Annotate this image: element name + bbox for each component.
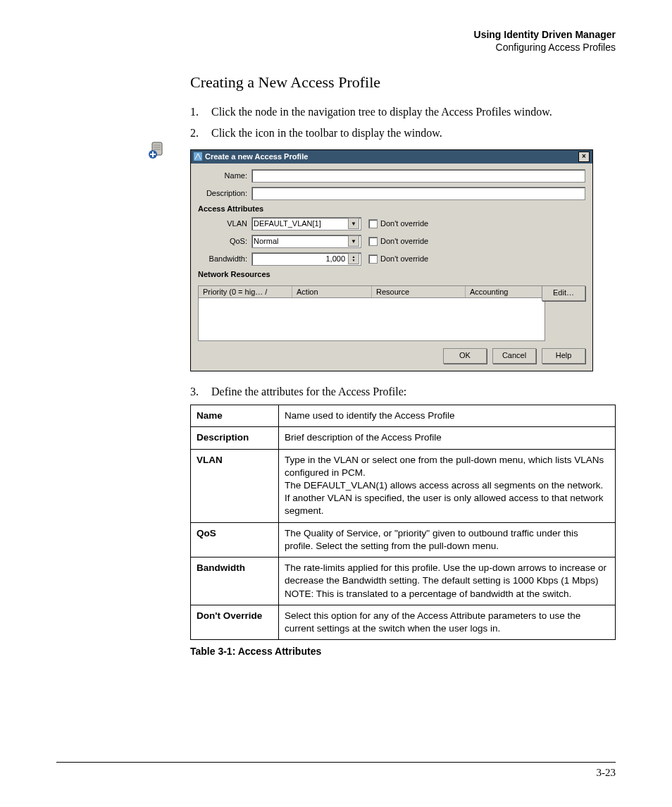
- table-row: DescriptionBrief description of the Acce…: [191, 427, 616, 449]
- help-button[interactable]: Help: [542, 348, 585, 364]
- resources-list[interactable]: [198, 298, 545, 341]
- chevron-down-icon[interactable]: ▼: [348, 235, 359, 247]
- table-row: Don't OverrideSelect this option for any…: [191, 605, 616, 639]
- table-row: QoSThe Quality of Service, or "priority"…: [191, 522, 616, 557]
- attr-name: VLAN: [191, 449, 279, 522]
- name-label: Name:: [198, 171, 247, 180]
- attr-name: Don't Override: [191, 605, 279, 639]
- network-resources-header: Network Resources: [198, 270, 585, 278]
- table-row: NameName used to identify the Access Pro…: [191, 405, 616, 427]
- table-row: VLANType in the VLAN or select one from …: [191, 449, 616, 522]
- checkbox-icon[interactable]: [368, 219, 378, 228]
- qos-dont-override[interactable]: Don't override: [368, 237, 428, 246]
- qos-combo[interactable]: Normal ▼: [251, 235, 361, 248]
- close-icon[interactable]: ×: [578, 152, 590, 162]
- header-bold: Using Identity Driven Manager: [56, 28, 616, 41]
- running-header: Using Identity Driven Manager Configurin…: [56, 28, 616, 54]
- vlan-combo[interactable]: DEFAULT_VLAN[1] ▼: [251, 217, 361, 230]
- create-profile-dialog: Create a new Access Profile × Name: Desc…: [190, 149, 593, 371]
- dialog-icon: [194, 152, 202, 161]
- cancel-button[interactable]: Cancel: [492, 348, 536, 364]
- attr-desc: The rate-limits applied for this profile…: [279, 557, 616, 605]
- ok-button[interactable]: OK: [443, 348, 487, 364]
- attr-desc: Name used to identify the Access Profile: [279, 405, 616, 427]
- attr-desc: Brief description of the Access Profile: [279, 427, 616, 449]
- vlan-dont-override[interactable]: Don't override: [368, 219, 428, 228]
- checkbox-icon[interactable]: [368, 237, 378, 246]
- attr-name: Description: [191, 427, 279, 449]
- attr-desc: Select this option for any of the Access…: [279, 605, 616, 639]
- spinner-arrows-icon[interactable]: ▲▼: [348, 253, 359, 264]
- page-footer: 3-23: [56, 762, 616, 779]
- table-caption: Table 3-1: Access Attributes: [190, 646, 616, 657]
- qos-label: QoS:: [198, 237, 247, 245]
- description-label: Description:: [198, 189, 247, 197]
- attr-name: Bandwidth: [191, 557, 279, 605]
- add-profile-icon: [148, 141, 166, 162]
- description-field[interactable]: [251, 187, 585, 200]
- attr-desc: Type in the VLAN or select one from the …: [279, 449, 616, 522]
- attr-name: Name: [191, 405, 279, 427]
- edit-button[interactable]: Edit…: [542, 285, 585, 301]
- vlan-label: VLAN: [198, 219, 247, 228]
- bandwidth-label: Bandwidth:: [198, 254, 247, 263]
- page-number: 3-23: [597, 767, 616, 778]
- access-attributes-table: NameName used to identify the Access Pro…: [190, 405, 616, 640]
- attr-desc: The Quality of Service, or "priority" gi…: [279, 522, 616, 557]
- step-1: 1. Click the node in the navigation tree…: [190, 104, 616, 120]
- checkbox-icon[interactable]: [368, 254, 378, 264]
- resources-list-header: Priority (0 = hig… / Action Resource Acc…: [198, 285, 545, 298]
- access-attributes-header: Access Attributes: [198, 204, 585, 213]
- section-title: Creating a New Access Profile: [190, 73, 616, 92]
- step-3: 3. Define the attributes for the Access …: [190, 384, 616, 400]
- bandwidth-dont-override[interactable]: Don't override: [368, 254, 428, 264]
- attr-name: QoS: [191, 522, 279, 557]
- chevron-down-icon[interactable]: ▼: [348, 218, 359, 229]
- step-2: 2. Click the icon in the toolbar to disp…: [190, 125, 616, 141]
- dialog-titlebar: Create a new Access Profile ×: [191, 150, 592, 164]
- dialog-title: Create a new Access Profile: [205, 152, 308, 161]
- name-field[interactable]: [251, 169, 585, 183]
- table-row: BandwidthThe rate-limits applied for thi…: [191, 557, 616, 605]
- header-sub: Configuring Access Profiles: [56, 41, 616, 54]
- bandwidth-spinner[interactable]: 1,000 ▲▼: [251, 252, 361, 266]
